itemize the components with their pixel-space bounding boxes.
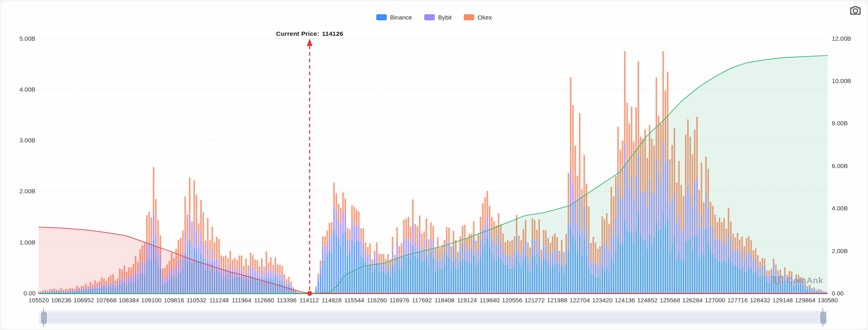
legend-swatch-icon xyxy=(424,14,435,20)
bar-bybit xyxy=(367,256,369,265)
bar-binance xyxy=(324,260,326,293)
bar-bybit xyxy=(322,247,324,260)
bar-okex xyxy=(250,253,251,267)
x-tick-label: 114112 xyxy=(299,297,319,304)
y-left-tick-label: 5.00B xyxy=(20,35,35,42)
current-price-arrow-icon xyxy=(307,39,312,46)
y-right-tick-label: 0.00 xyxy=(832,290,844,297)
bar-bybit xyxy=(198,245,200,260)
bar-bybit xyxy=(406,238,407,257)
x-tick-label: 128432 xyxy=(750,297,770,304)
bar-binance xyxy=(317,282,319,293)
bar-okex xyxy=(324,236,326,247)
bar-bybit xyxy=(266,267,267,277)
bar-okex xyxy=(579,113,580,194)
bar-bybit xyxy=(338,220,339,237)
datazoom-selected-range[interactable] xyxy=(43,313,824,322)
x-tick-label: 127716 xyxy=(727,297,748,304)
legend-item-bybit[interactable]: Bybit xyxy=(424,14,451,21)
bar-okex xyxy=(342,192,344,210)
x-tick-label: 126284 xyxy=(682,297,702,304)
x-tick-label: 109816 xyxy=(164,297,184,304)
bar-bybit xyxy=(349,240,351,253)
datazoom-left-handle[interactable] xyxy=(41,312,47,324)
bar-okex xyxy=(212,227,213,250)
legend-label: Bybit xyxy=(438,14,451,21)
bar-okex xyxy=(196,195,197,230)
bar-okex xyxy=(419,216,421,232)
bar-okex xyxy=(351,205,353,220)
bar-binance xyxy=(336,234,337,293)
bar-okex xyxy=(345,198,346,214)
bar-okex xyxy=(403,220,405,240)
bar-okex xyxy=(347,228,348,240)
y-left-tick-label: 2.00B xyxy=(20,188,35,195)
bar-okex xyxy=(374,251,375,259)
bar-okex xyxy=(486,191,488,216)
bar-okex xyxy=(263,267,265,274)
x-tick-label: 115544 xyxy=(345,297,364,304)
datazoom-right-handle[interactable] xyxy=(820,312,826,324)
bar-okex xyxy=(191,221,193,245)
x-tick-label: 123420 xyxy=(592,297,613,304)
x-tick-label: 111964 xyxy=(232,297,251,304)
bar-okex xyxy=(252,255,254,267)
x-tick-label: 106952 xyxy=(74,297,94,304)
datazoom-slider[interactable] xyxy=(39,310,828,324)
bar-okex xyxy=(261,258,263,270)
bar-okex xyxy=(406,219,407,238)
bar-okex xyxy=(353,207,355,226)
bar-okex xyxy=(225,256,227,267)
y-right-tick-label: 12.00B xyxy=(832,35,851,42)
bar-okex xyxy=(155,199,157,234)
bar-bybit xyxy=(252,267,254,276)
bar-okex xyxy=(340,208,342,224)
bar-okex xyxy=(448,227,450,243)
bar-bybit xyxy=(362,244,364,257)
bar-okex xyxy=(254,260,256,271)
bar-okex xyxy=(243,266,245,275)
bar-bybit xyxy=(261,270,263,277)
x-tick-label: 117692 xyxy=(412,297,432,304)
bar-okex xyxy=(273,265,274,273)
bar-okex xyxy=(356,210,358,225)
bar-okex xyxy=(207,218,209,245)
bar-okex xyxy=(223,256,225,271)
bar-okex xyxy=(365,243,366,252)
bar-okex xyxy=(446,227,447,243)
bar-okex xyxy=(331,222,333,236)
bar-okex xyxy=(148,212,150,241)
bar-okex xyxy=(333,183,335,206)
legend-item-okex[interactable]: Okex xyxy=(464,14,492,21)
bar-bybit xyxy=(345,214,346,232)
bar-okex xyxy=(317,273,319,277)
bar-okex xyxy=(432,226,434,241)
bar-binance xyxy=(329,251,330,293)
bar-okex xyxy=(338,204,339,220)
bar-okex xyxy=(482,203,484,228)
bar-okex xyxy=(336,193,337,210)
bar-bybit xyxy=(270,270,272,278)
bar-okex xyxy=(292,287,294,289)
bar-okex xyxy=(417,226,418,245)
screenshot-button[interactable] xyxy=(848,4,862,16)
bar-bybit xyxy=(203,243,204,258)
bar-bybit xyxy=(290,286,292,288)
x-tick-label: 124852 xyxy=(637,297,658,304)
bar-bybit xyxy=(275,269,276,276)
bar-okex xyxy=(315,286,317,288)
camera-icon xyxy=(850,5,861,15)
x-tick-label: 127000 xyxy=(705,297,725,304)
legend-item-binance[interactable]: Binance xyxy=(376,14,412,21)
bar-bybit xyxy=(212,250,213,264)
x-tick-label: 119840 xyxy=(480,297,499,304)
current-price-label: Current Price: xyxy=(276,30,319,37)
bar-bybit xyxy=(365,252,366,262)
bar-okex xyxy=(270,257,272,269)
bar-okex xyxy=(146,215,148,244)
x-tick-label: 121272 xyxy=(524,297,545,304)
bar-bybit xyxy=(196,230,197,251)
bar-okex xyxy=(200,200,202,233)
bar-bybit xyxy=(327,243,328,254)
bar-bybit xyxy=(153,213,155,240)
